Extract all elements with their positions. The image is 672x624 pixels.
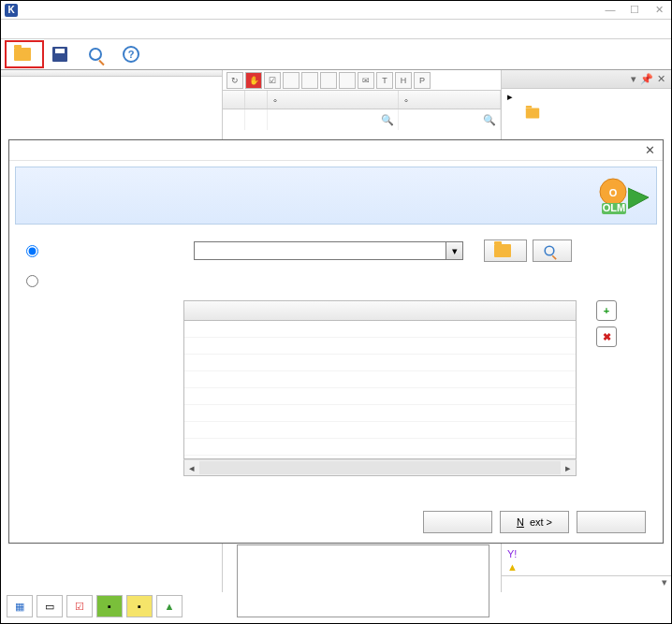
- select-file-button[interactable]: [5, 40, 44, 68]
- file-grid-body[interactable]: + ✖: [183, 321, 577, 459]
- filter-1-button[interactable]: [283, 72, 299, 89]
- maximize-button[interactable]: ☐: [626, 4, 643, 16]
- file-grid-header[interactable]: [183, 300, 577, 321]
- add-file-button[interactable]: +: [596, 300, 617, 321]
- text-icon[interactable]: T: [376, 72, 393, 89]
- convert-single-radio[interactable]: [26, 245, 38, 257]
- window-controls: — ☐ ✕: [602, 4, 667, 16]
- notes-icon[interactable]: ▪: [96, 595, 123, 617]
- filter-from[interactable]: 🔍: [268, 109, 399, 130]
- saving-options-node[interactable]: ▸: [502, 89, 671, 105]
- dialog-close-button[interactable]: ✕: [645, 143, 655, 157]
- save-button[interactable]: [44, 42, 80, 66]
- sticky-icon[interactable]: ▪: [126, 595, 153, 617]
- file-grid-side-buttons: + ✖: [596, 300, 617, 347]
- help-button[interactable]: ?: [115, 42, 151, 66]
- dropdown-icon[interactable]: ▾: [631, 73, 636, 85]
- dropdown-arrow-icon[interactable]: ▾: [446, 241, 463, 260]
- panel-pin-controls: ▾ 📌 ✕: [631, 73, 665, 85]
- bottom-toolbar: ▦ ▭ ☑ ▪ ▪ ▲: [7, 595, 183, 617]
- pin-icon[interactable]: 📌: [640, 73, 653, 85]
- source-file-selection-dialog: ✕ O OLM ▾: [8, 139, 664, 544]
- folder-icon: [494, 244, 511, 257]
- up-arrow-icon[interactable]: ▲: [156, 595, 183, 617]
- next-button[interactable]: Next >: [500, 511, 569, 533]
- folder-icon: [526, 108, 539, 118]
- message-toolbar: ↻ ✋ ☑ ✉ T H P: [223, 70, 501, 91]
- folder-list-header: [1, 70, 222, 77]
- filter-row: 🔍 🔍: [223, 109, 501, 130]
- scroll-right-icon[interactable]: ▸: [561, 462, 576, 474]
- refresh-icon[interactable]: ↻: [226, 72, 243, 89]
- filter-7-button[interactable]: [320, 72, 337, 89]
- folder-open-icon: [12, 44, 33, 65]
- menu-file[interactable]: [7, 27, 22, 31]
- file-grid: + ✖ ◂ ▸: [183, 300, 577, 476]
- remove-file-button[interactable]: ✖: [596, 327, 617, 347]
- scroll-left-icon[interactable]: ◂: [184, 462, 199, 474]
- search-icon: [544, 245, 554, 255]
- app-icon: K: [5, 4, 18, 17]
- main-toolbar: ?: [1, 38, 671, 70]
- stop-icon[interactable]: ✋: [245, 72, 262, 89]
- mail-icon[interactable]: ✉: [358, 72, 374, 89]
- calendar-icon[interactable]: ▦: [7, 595, 33, 617]
- back-button: [423, 511, 492, 533]
- minus-icon: ▸: [507, 91, 513, 103]
- menu-view[interactable]: [25, 27, 40, 31]
- menu-find[interactable]: [44, 27, 59, 31]
- minimize-button[interactable]: —: [602, 4, 619, 16]
- tasks-icon[interactable]: ☑: [66, 595, 93, 617]
- svg-text:OLM: OLM: [603, 202, 625, 213]
- convert-multi-radio[interactable]: [26, 275, 38, 287]
- provider-yahoo[interactable]: Y!: [507, 547, 665, 560]
- svg-text:O: O: [609, 187, 618, 198]
- right-scroll: ▾: [502, 575, 671, 592]
- provider-aol[interactable]: ▲: [507, 560, 665, 573]
- filter-flag[interactable]: [223, 109, 245, 130]
- yahoo-icon: Y!: [507, 548, 517, 559]
- scroll-down-icon[interactable]: ▾: [662, 576, 667, 592]
- col-flag[interactable]: [223, 91, 245, 109]
- browse-button[interactable]: [484, 239, 527, 262]
- dialog-banner: O OLM: [15, 167, 657, 225]
- file-grid-scrollbar[interactable]: ◂ ▸: [183, 459, 577, 476]
- scroll-track[interactable]: [199, 461, 561, 474]
- filter-subject[interactable]: 🔍: [399, 109, 501, 130]
- menu-help[interactable]: [63, 27, 78, 31]
- dialog-title-bar: ✕: [9, 140, 663, 161]
- search-button[interactable]: [533, 239, 572, 262]
- title-bar: K — ☐ ✕: [1, 1, 671, 20]
- save-icon: [50, 44, 70, 65]
- filter-31-button[interactable]: [339, 72, 356, 89]
- cancel-button[interactable]: [577, 511, 646, 533]
- col-read[interactable]: [245, 91, 268, 109]
- convert-multi-row: [26, 275, 646, 287]
- pdf-icon[interactable]: P: [414, 72, 431, 89]
- panel-close-icon[interactable]: ✕: [657, 73, 665, 85]
- olm-icon: O OLM: [598, 177, 643, 214]
- contacts-icon[interactable]: ▭: [37, 595, 63, 617]
- filter-5-button[interactable]: [301, 72, 318, 89]
- single-file-input[interactable]: [194, 241, 446, 260]
- dialog-body: ▾ + ✖ ◂: [9, 230, 663, 486]
- close-button[interactable]: ✕: [650, 4, 667, 16]
- search-icon: [85, 44, 106, 65]
- message-grid-header: ◦ ◦: [223, 91, 501, 109]
- menu-bar: [1, 20, 671, 38]
- col-from[interactable]: ◦: [268, 91, 399, 109]
- right-panel-header: ▾ 📌 ✕: [502, 70, 671, 89]
- dialog-footer: Next >: [9, 511, 663, 533]
- aol-icon: ▲: [507, 561, 518, 573]
- check-icon[interactable]: ☑: [264, 72, 281, 89]
- html-icon[interactable]: H: [395, 72, 412, 89]
- hint-panel: [237, 544, 489, 617]
- find-button[interactable]: [80, 42, 115, 66]
- filter-read[interactable]: [245, 109, 268, 130]
- help-icon: ?: [121, 44, 141, 65]
- email-providers: Y! ▲: [502, 545, 671, 575]
- convert-single-row: ▾: [26, 239, 646, 262]
- col-subject[interactable]: ◦: [399, 91, 501, 109]
- pst-file-option[interactable]: [502, 105, 671, 122]
